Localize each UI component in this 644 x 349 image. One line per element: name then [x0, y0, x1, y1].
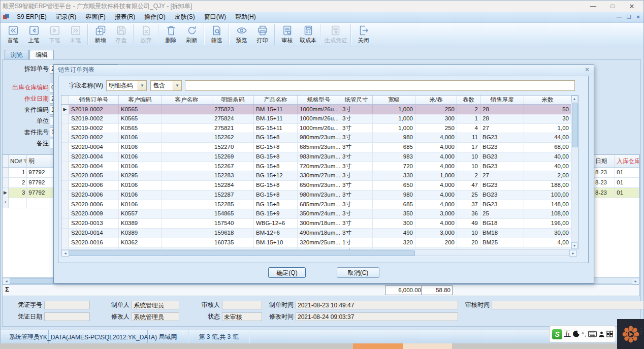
- cell[interactable]: 983mm/23um...: [298, 152, 340, 162]
- cell[interactable]: S2020-0013: [69, 219, 119, 228]
- grid-row[interactable]: S2020-0004K0106152270BG-15+8685mm/23um..…: [61, 143, 578, 152]
- cell[interactable]: 275821: [212, 124, 254, 133]
- column-header[interactable]: 入库仓库: [615, 155, 639, 167]
- cell[interactable]: 330mm/27um...: [298, 171, 340, 180]
- cell[interactable]: 275823: [212, 105, 254, 114]
- keyboard-icon[interactable]: [588, 331, 597, 337]
- cell[interactable]: 160735: [212, 238, 254, 247]
- cell[interactable]: S2019-0002: [69, 105, 119, 114]
- cell[interactable]: 3寸: [340, 219, 373, 228]
- grid-vertical-scrollbar[interactable]: ▲ ▼: [571, 96, 578, 249]
- cell[interactable]: [162, 209, 212, 218]
- column-header[interactable]: 日期: [594, 155, 615, 167]
- mdi-close-button[interactable]: ✕: [636, 14, 640, 20]
- grid-row[interactable]: S2020-0004K0106152269BG-15+8983mm/23um..…: [61, 152, 578, 162]
- cell[interactable]: 2: [457, 171, 480, 180]
- grid-horizontal-scrollbar[interactable]: ◂ ▸: [61, 249, 577, 256]
- cell[interactable]: S2020-0002: [69, 133, 119, 142]
- cell[interactable]: 3寸: [340, 143, 373, 152]
- cell[interactable]: 3寸: [340, 209, 373, 218]
- cell[interactable]: BM-15+10: [254, 238, 298, 247]
- grid-row[interactable]: S2020-0005K0295152283BG-15+12330mm/27um.…: [61, 171, 578, 181]
- cell[interactable]: 11: [457, 133, 480, 142]
- cell[interactable]: K0565: [119, 114, 162, 123]
- cell[interactable]: [162, 181, 212, 190]
- cell[interactable]: 152283: [212, 171, 254, 180]
- column-header[interactable]: 明: [27, 155, 54, 167]
- grid-row[interactable]: S2020-0013K0389157540WBG-12+6300mm/18um.…: [61, 219, 578, 229]
- taskbar-item-active[interactable]: [353, 343, 403, 349]
- column-header-10[interactable]: 销售厚度: [480, 96, 524, 104]
- minimize-button[interactable]: —: [584, 3, 603, 10]
- menu-item-4[interactable]: 操作(O): [140, 12, 170, 22]
- cell[interactable]: [162, 171, 212, 180]
- cell[interactable]: 685mm/23um...: [298, 143, 340, 152]
- cell[interactable]: 188,00: [524, 181, 571, 190]
- cell[interactable]: 25: [480, 209, 524, 218]
- cell[interactable]: BG23: [480, 152, 524, 162]
- cell[interactable]: 148,00: [524, 200, 571, 209]
- cell[interactable]: 320mm/25um...: [298, 238, 340, 247]
- cell[interactable]: 152270: [212, 143, 254, 152]
- cell[interactable]: 49: [457, 219, 480, 228]
- cell[interactable]: 159618: [212, 229, 254, 238]
- cell[interactable]: K0557: [119, 209, 162, 218]
- cell[interactable]: 300: [415, 114, 457, 123]
- cell[interactable]: 3寸: [340, 171, 373, 180]
- cell[interactable]: 1寸: [340, 238, 373, 247]
- chevron-down-icon[interactable]: ▼: [173, 81, 181, 90]
- cell[interactable]: 980: [373, 133, 415, 142]
- cell[interactable]: 350mm/24um...: [298, 209, 340, 218]
- column-header-11[interactable]: 米数: [524, 96, 571, 104]
- cell[interactable]: BM-15+11: [254, 105, 298, 114]
- cell[interactable]: S2019-0002: [69, 114, 119, 123]
- grid-row[interactable]: S2020-0009K0557154865BG-15+9350mm/24um..…: [61, 209, 578, 219]
- menu-item-0[interactable]: S9 ERP(E): [12, 12, 51, 22]
- cell[interactable]: S2020-0009: [69, 209, 119, 218]
- cell[interactable]: BG18: [480, 219, 524, 228]
- cell[interactable]: 685: [373, 200, 415, 209]
- cell[interactable]: 4,00: [524, 238, 571, 247]
- cell[interactable]: BG23: [480, 191, 524, 200]
- menu-item-7[interactable]: 帮助(H): [231, 12, 261, 22]
- cell[interactable]: K0106: [119, 200, 162, 209]
- cell[interactable]: 8-23: [594, 178, 615, 187]
- cell[interactable]: 8-23: [594, 188, 615, 198]
- cell[interactable]: BG23: [480, 143, 524, 152]
- toolbar-get-cost-button[interactable]: 取成本: [298, 24, 318, 45]
- detail-row[interactable]: 297792: [3, 178, 54, 188]
- cell[interactable]: 10: [457, 162, 480, 171]
- cell[interactable]: 1,00: [524, 124, 571, 133]
- cell[interactable]: 980mm/23um...: [298, 133, 340, 142]
- scroll-up-icon[interactable]: ▲: [571, 96, 577, 102]
- cell[interactable]: 320: [373, 238, 415, 247]
- cell[interactable]: 50: [524, 105, 571, 114]
- column-header-2[interactable]: 客户名称: [162, 96, 212, 104]
- cell[interactable]: 1: [457, 114, 480, 123]
- cell[interactable]: 250: [415, 124, 457, 133]
- toolbar-preview-button[interactable]: 预览: [231, 24, 252, 45]
- cell[interactable]: 8-23: [594, 168, 615, 177]
- scroll-left-icon[interactable]: ◂: [61, 250, 69, 257]
- cell[interactable]: BG-15+9: [254, 209, 298, 218]
- toolbar-close-form-button[interactable]: 关闭: [353, 24, 374, 45]
- cell[interactable]: [162, 162, 212, 171]
- cell[interactable]: 40,00: [524, 162, 571, 171]
- cell[interactable]: 490: [373, 229, 415, 238]
- mdi-minimize-button[interactable]: —: [617, 14, 622, 20]
- detail-row[interactable]: 8-2301: [594, 178, 639, 188]
- cell[interactable]: 97792: [27, 168, 54, 177]
- detail-row[interactable]: ▶397792: [3, 188, 54, 198]
- cell[interactable]: 2: [457, 105, 480, 114]
- cell[interactable]: [162, 143, 212, 152]
- cell[interactable]: [162, 191, 212, 200]
- cell[interactable]: S2020-0005: [69, 171, 119, 180]
- cell[interactable]: BG23: [480, 162, 524, 171]
- cell[interactable]: 4,000: [415, 133, 457, 142]
- column-header-8[interactable]: 米/卷: [415, 96, 457, 104]
- cell[interactable]: 196,00: [524, 219, 571, 228]
- cell[interactable]: 4: [457, 124, 480, 133]
- cell[interactable]: K0389: [119, 219, 162, 228]
- cell[interactable]: 3寸: [340, 105, 373, 114]
- cell[interactable]: 1000mm/26u...: [298, 114, 340, 123]
